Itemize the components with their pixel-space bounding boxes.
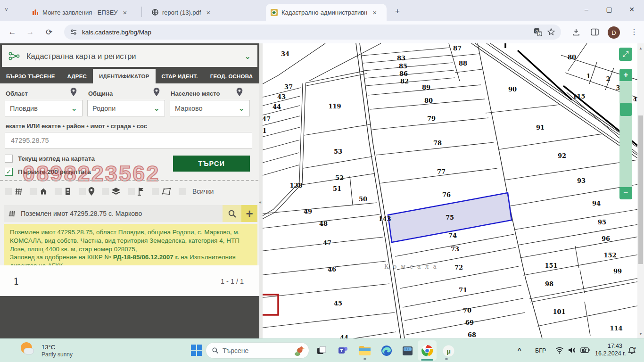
scrollbar-thumb[interactable] [638,115,643,264]
profile-avatar[interactable]: D [608,26,620,39]
window-minimize-button[interactable]: – [576,0,597,19]
parcel-label: 95 [598,219,606,226]
filter-all-label[interactable]: Всички [192,188,214,195]
naseleno-pin-icon[interactable] [236,87,243,97]
search-button[interactable]: ТЪРСИ [173,156,250,172]
running-indicator [445,358,448,360]
tab-close-icon[interactable]: × [205,8,212,16]
current-view-checkbox[interactable] [5,155,13,163]
address-bar[interactable]: kais.cadastre.bg/bg/Map G文 [64,25,561,40]
map-canvas[interactable]: Комсала 34374344471119535251504948474645… [259,43,644,338]
language-indicator[interactable]: БГР [535,347,546,354]
volume-icon[interactable] [568,346,576,354]
scrollbar-up-icon[interactable]: ▲ [637,46,644,50]
browser-tab-cadastre-active[interactable]: Кадастрално-административн × [266,4,387,21]
search-highlight-bird-icon[interactable] [293,345,306,357]
flag-icon[interactable] [137,187,145,196]
tab-old-ident[interactable]: СТАР ИДЕНТ. [156,69,204,83]
panel-splitter[interactable] [259,43,263,338]
oblast-select[interactable]: Пловдив ⌄ [5,100,83,116]
start-button[interactable] [190,344,203,356]
filter-checkbox[interactable] [5,188,12,195]
filter-checkbox[interactable] [55,188,62,195]
magnifier-icon [228,209,237,218]
translate-icon[interactable]: G文 [534,28,542,36]
result-text[interactable]: Поземлен имот 47295.28.75 с. Марково [21,210,223,217]
battery-icon[interactable] [580,347,590,354]
dashed-divider [0,180,258,181]
obshtina-select[interactable]: Родопи ⌄ [87,100,165,116]
polygon-icon[interactable] [161,187,172,196]
panel-collapse-chevron-icon[interactable]: ⌄ [245,52,251,61]
tab-geod-base[interactable]: ГЕОД. ОСНОВА [204,69,259,83]
new-tab-button[interactable]: + [395,7,400,16]
obshtina-pin-icon[interactable] [153,87,160,97]
taskbar-weather-text[interactable]: Partly sunny [41,351,73,358]
layers-icon[interactable] [111,187,121,196]
bookmark-star-icon[interactable] [547,28,555,36]
window-close-button[interactable]: ✕ [621,0,642,19]
filter-checkbox[interactable] [179,188,186,195]
tab-quick-search[interactable]: БЪРЗО ТЪРСЕНЕ [0,69,61,83]
downloads-icon[interactable] [571,27,581,37]
zoom-in-button[interactable]: + [619,69,632,81]
utorrent-app-icon[interactable]: µ [440,342,457,359]
cadastre-map[interactable]: Комсала 34374344471119535251504948474645… [259,43,644,338]
splitter-collapse-icon[interactable]: ◂ [259,199,261,205]
first-200-checkbox[interactable]: ✓ [5,168,13,176]
taskbar-temperature[interactable]: 13°C [41,344,55,351]
menu-kebab-icon[interactable]: ⋮ [630,27,638,36]
page-number[interactable]: 1 [13,276,19,287]
task-view-button[interactable] [313,342,330,359]
browser-tab-pdf[interactable]: report (13).pdf × [147,4,259,21]
taskbar-search[interactable]: Търсене [206,342,309,359]
zoom-to-result-button[interactable] [223,205,241,222]
zoom-out-button[interactable]: − [619,187,632,199]
panel-header[interactable]: Кадастрална карта и регистри ⌄ [0,43,259,69]
zoom-slider-handle[interactable] [620,103,632,116]
add-result-button[interactable]: + [241,205,257,222]
tab-close-icon[interactable]: × [371,8,378,16]
file-explorer-icon[interactable] [356,342,373,359]
scrollbar-down-icon[interactable]: ▼ [637,332,644,336]
chrome-browser-icon[interactable] [419,342,436,359]
parcel-label: 51 [333,185,341,192]
browser-tab-epzeu[interactable]: Моите заявления - ЕПЗЕУ × [27,4,140,21]
pdf-globe-favicon [152,9,158,16]
filter-checkbox[interactable] [152,188,159,195]
naseleno-select[interactable]: Марково ⌄ [170,100,250,116]
remote-app-icon[interactable] [399,342,416,359]
taskbar-clock[interactable]: 17:43 16.2.2024 г. [595,343,622,357]
identifier-input[interactable]: 47295.28.75 [5,132,252,148]
tab-close-icon[interactable]: × [122,8,129,16]
parcel-label: 114 [610,325,622,332]
edge-browser-icon[interactable] [378,342,395,359]
oblast-pin-icon[interactable] [70,87,77,97]
grid-parcel-icon[interactable] [14,187,23,196]
forward-button[interactable]: → [24,25,37,39]
house-icon[interactable] [39,187,48,196]
weather-icon[interactable] [19,341,37,359]
wifi-icon[interactable] [555,346,564,354]
reload-button[interactable]: ⟳ [42,25,56,39]
tab-identifier[interactable]: ИДЕНТИФИКАТОР [93,69,156,83]
filter-checkbox[interactable] [30,188,37,195]
notification-bell-icon[interactable]: z [627,346,636,355]
building-icon[interactable] [64,187,72,196]
site-settings-icon[interactable] [70,28,77,36]
tab-address[interactable]: АДРЕС [61,69,93,83]
window-maximize-button[interactable]: ▢ [599,0,619,19]
point-pin-icon[interactable] [88,187,95,196]
result-row[interactable]: Поземлен имот 47295.28.75 с. Марково + [4,205,257,222]
tray-expand-icon[interactable]: ^ [518,346,521,354]
zoom-slider-track[interactable] [619,81,632,187]
teams-app-icon[interactable]: T [335,342,352,359]
fullscreen-button[interactable]: ⤢ [619,48,632,61]
filter-checkbox[interactable] [79,188,86,195]
tab-search-icon[interactable]: ˅ [5,7,8,13]
url-text[interactable]: kais.cadastre.bg/bg/Map [82,29,529,36]
side-panel-icon[interactable] [590,28,599,37]
back-button[interactable]: ← [6,25,19,39]
filter-checkbox[interactable] [128,188,135,195]
filter-checkbox[interactable] [102,188,109,195]
